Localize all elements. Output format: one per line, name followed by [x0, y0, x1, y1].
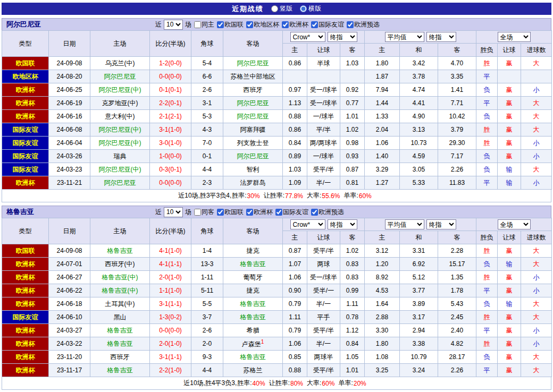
header-select-group: Crow*终指 [283, 218, 365, 231]
same-venue-checkbox[interactable]: 同主 [192, 20, 214, 29]
bookmaker-select[interactable]: Crow* [290, 219, 325, 229]
competition-checkbox-input[interactable] [347, 21, 354, 28]
full-match-select[interactable]: 全场 [498, 32, 531, 42]
competition-checkbox-input[interactable] [217, 209, 224, 216]
final-odds-select[interactable]: 终指 [426, 32, 456, 42]
summary-stat-value: 30% [247, 192, 260, 200]
same-venue-checkbox[interactable]: 同客 [192, 208, 214, 217]
away-team-cell: 格鲁吉亚 [223, 351, 283, 364]
summary-lead: 近10场,胜3平3负4, [178, 191, 231, 200]
competition-checkbox-label: 欧洲杯 [254, 208, 273, 217]
avg-away-odds-cell: 10.42 [438, 110, 476, 123]
home-team-name: 阿尔巴尼亚 [104, 179, 136, 186]
competition-type-cell: 欧洲杯 [2, 351, 49, 364]
competition-checkbox[interactable]: 欧洲杯 [244, 208, 273, 217]
away-team-cell: 格鲁吉亚 [223, 311, 283, 324]
away-odds-cell: 1.05 [340, 351, 365, 364]
home-team-name: 格鲁吉亚 [107, 340, 133, 347]
competition-checkbox-input[interactable] [217, 21, 224, 28]
competition-checkbox-input[interactable] [246, 21, 253, 28]
sub-column-header: 和 [400, 44, 438, 57]
competition-checkbox[interactable]: 国际友谊 [309, 20, 344, 29]
page: 近期战绩 竖版 横版 阿尔巴尼亚近10场同主欧国联欧地区杯欧洲杯国际友谊欧洲预选… [0, 0, 553, 390]
away-odds-cell [340, 70, 365, 83]
same-venue-input[interactable] [194, 209, 201, 216]
competition-checkbox-input[interactable] [311, 21, 318, 28]
away-team-cell: 格鲁吉亚 [223, 258, 283, 271]
handicap-cell: 两/两球半 [307, 137, 340, 150]
result-handicap-cell: 输 [498, 297, 521, 311]
column-header: 类型 [2, 218, 49, 244]
competition-checkbox-input[interactable] [275, 209, 282, 216]
home-team-name: 阿尔巴尼亚 [104, 73, 136, 80]
avg-draw-odds-cell: 10.79 [400, 351, 438, 364]
final-odds-select[interactable]: 终指 [426, 219, 456, 229]
full-match-select[interactable]: 全场 [498, 219, 531, 229]
away-team-cell: 葡萄牙 [223, 271, 283, 284]
summary-stat-label: 让胜率: [264, 191, 284, 200]
header-select-group: 平均值终指 [365, 218, 476, 231]
page-title: 近期战绩 [232, 4, 264, 14]
avg-away-odds-cell: 7.71 [438, 97, 476, 110]
away-odds-cell: 0.83 [340, 271, 365, 284]
layout-radio-horizontal[interactable]: 横版 [300, 4, 321, 13]
competition-checkbox-input[interactable] [246, 209, 253, 216]
competition-checkbox[interactable]: 欧洲预选 [345, 20, 380, 29]
home-team-cell: 西班牙(中) [90, 258, 150, 271]
result-winloss-cell: 胜 [476, 137, 498, 150]
final-odds-select[interactable]: 终指 [328, 219, 357, 229]
bookmaker-select[interactable]: Crow* [290, 32, 325, 42]
away-team-name: 列支敦士登 [237, 139, 269, 147]
score-cell: 0-3(0-1) [150, 163, 191, 176]
date-cell: 23-11-21 [49, 176, 90, 190]
corner-cell: 9-3 [191, 351, 223, 364]
filter-matches-label: 场 [185, 20, 191, 29]
competition-checkbox-input[interactable] [311, 209, 318, 216]
competition-type-cell: 欧洲杯 [2, 284, 49, 297]
average-select[interactable]: 平均值 [385, 32, 424, 42]
average-select[interactable]: 平均值 [385, 219, 424, 229]
vertical-radio-input[interactable] [271, 5, 278, 12]
away-team-cell: 捷克 [223, 284, 283, 297]
corner-cell: 4-4 [191, 364, 223, 377]
result-goals-cell: 小 [521, 284, 552, 297]
away-team-cell: 西班牙 [223, 83, 283, 97]
away-odds-cell: 0.84 [340, 337, 365, 351]
result-winloss-cell: 负 [476, 83, 498, 97]
competition-checkbox-label: 欧国联 [224, 20, 244, 29]
home-team-cell: 瑞典 [90, 150, 150, 163]
header-select-group: Crow*终指 [283, 31, 365, 44]
competition-checkbox[interactable]: 欧洲预选 [309, 208, 344, 217]
avg-draw-odds-cell: 6.92 [400, 258, 438, 271]
competition-checkbox[interactable]: 欧国联 [215, 208, 244, 217]
competition-checkbox[interactable]: 欧国联 [215, 20, 244, 29]
avg-home-odds-cell: 3.29 [365, 163, 400, 176]
horizontal-radio-input[interactable] [300, 5, 307, 12]
result-winloss-cell: 负 [476, 351, 498, 364]
match-count-select[interactable]: 10 [164, 20, 183, 30]
corner-cell: 7-0 [191, 137, 223, 150]
same-venue-input[interactable] [194, 21, 201, 28]
results-table: 类型日期主场比分(半场)角球客场Crow*终指平均值终指全场主让球客主和客胜负让… [2, 30, 552, 190]
away-odds-cell: 1.01 [340, 364, 365, 377]
result-winloss-cell: 负 [476, 163, 498, 176]
competition-type-cell: 欧洲杯 [2, 364, 49, 377]
date-cell: 24-06-04 [49, 137, 90, 150]
date-cell: 24-09-08 [49, 244, 90, 258]
layout-radio-vertical[interactable]: 竖版 [271, 4, 292, 13]
result-goals-cell: 小 [521, 324, 552, 337]
corner-cell: 5-4 [191, 57, 223, 70]
avg-home-odds-cell: 7.94 [365, 83, 400, 97]
competition-checkbox[interactable]: 国际友谊 [273, 208, 308, 217]
date-cell: 24-06-18 [49, 297, 90, 311]
home-team-cell: 意大利(中) [90, 110, 150, 123]
competition-checkbox[interactable]: 欧地区杯 [244, 20, 279, 29]
match-count-select[interactable]: 10 [164, 207, 183, 217]
date-cell: 23-11-17 [49, 364, 90, 377]
final-odds-select[interactable]: 终指 [328, 32, 357, 42]
competition-checkbox[interactable]: 欧洲杯 [280, 20, 308, 29]
competition-checkbox-label: 欧洲预选 [354, 20, 380, 29]
result-winloss-cell: 胜 [476, 271, 498, 284]
competition-checkbox-input[interactable] [282, 21, 289, 28]
avg-draw-odds-cell: 3.42 [400, 57, 438, 70]
